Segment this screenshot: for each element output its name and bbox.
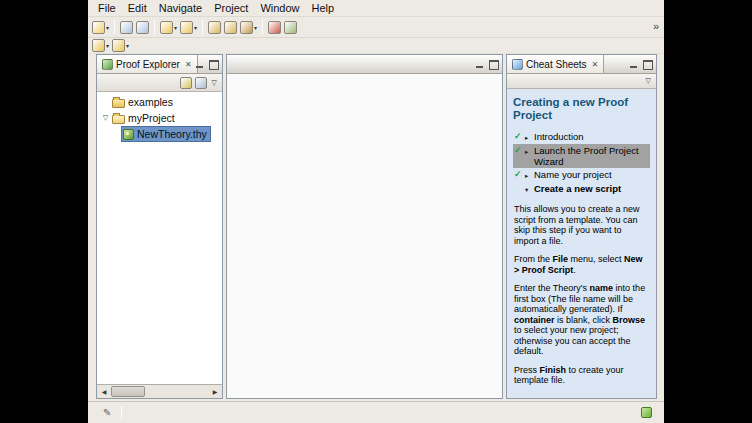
scroll-thumb[interactable] <box>111 386 145 397</box>
status-left-cell: ✎ <box>97 405 117 421</box>
restart-icon[interactable] <box>283 19 298 36</box>
tab-proof-explorer[interactable]: Proof Explorer ✕ <box>97 55 198 73</box>
save-all-icon[interactable] <box>135 19 150 36</box>
paragraph-text: menu, select <box>568 254 624 264</box>
cheatsheet-paragraph: This allows you to create a new script f… <box>514 204 649 246</box>
menu-item-navigate[interactable]: Navigate <box>153 1 208 15</box>
menu-item-project[interactable]: Project <box>208 1 254 15</box>
tab-label: Proof Explorer <box>116 59 180 70</box>
minimize-icon[interactable] <box>473 58 485 70</box>
cheatsheet-step[interactable]: ✓▸Launch the Proof Project Wizard <box>513 144 650 168</box>
tree-item-label: myProject <box>128 112 175 124</box>
horizontal-scrollbar[interactable]: ◀ ▶ <box>97 384 222 398</box>
view-menu-icon[interactable]: ▽ <box>210 79 219 87</box>
save-icon-glyph <box>120 21 133 34</box>
link-with-editor-icon[interactable] <box>195 77 207 89</box>
close-icon[interactable]: ✕ <box>185 60 192 69</box>
cheatsheet-steps: ✓▸Introduction✓▸Launch the Proof Project… <box>513 130 650 196</box>
cheat-sheet-content: Creating a new Proof Project ✓▸Introduct… <box>507 89 656 398</box>
paragraph-text: name <box>590 283 614 293</box>
cheatsheet-step[interactable]: ✓▸Introduction <box>513 130 650 144</box>
cheatsheet-step[interactable]: ✓▸Name your project <box>513 168 650 182</box>
cheatsheet-paragraph: From the File menu, select New > Proof S… <box>514 254 649 275</box>
scroll-left-icon[interactable]: ◀ <box>97 385 111 398</box>
paragraph-text: to select your new project; otherwise yo… <box>514 325 631 356</box>
paragraph-text: . <box>573 265 576 275</box>
menu-item-edit[interactable]: Edit <box>122 1 153 15</box>
editor-tabstrip <box>227 55 502 74</box>
step-collapsed-icon: ▸ <box>525 169 534 181</box>
menu-item-file[interactable]: File <box>92 1 122 15</box>
next-step-icon[interactable] <box>223 19 238 36</box>
tree-item-examples[interactable]: examples <box>97 94 222 110</box>
tree-item-content: examples <box>111 95 176 109</box>
step-collapsed-icon: ▸ <box>525 145 534 157</box>
paragraph-text: Browse <box>613 315 646 325</box>
back-icon-glyph <box>92 39 105 52</box>
new-wizard-icon[interactable]: ▾ <box>91 19 110 36</box>
maximize-icon[interactable] <box>642 58 654 70</box>
skip-label: Click to Skip <box>531 397 583 399</box>
cheat-sheets-view: Cheat Sheets ✕ ▽ Creating a new Proof Pr… <box>506 54 657 399</box>
save-icon[interactable] <box>119 19 134 36</box>
tree-item-label: examples <box>128 96 173 108</box>
tree-item-newtheory-thy[interactable]: NewTheory.thy <box>97 126 222 142</box>
paragraph-text: container <box>514 315 555 325</box>
status-divider <box>121 406 122 420</box>
main-toolbar-icons: ▾▾▾▾ <box>91 19 298 36</box>
cheat-sheets-tabstrip: Cheat Sheets ✕ <box>507 55 656 74</box>
prev-step-icon[interactable] <box>207 19 222 36</box>
prev-step-icon-glyph <box>208 21 221 34</box>
tree-expander-icon[interactable]: ▽ <box>100 114 111 122</box>
cheatsheet-paragraph: Press Finish to create your template fil… <box>514 365 649 386</box>
editor-canvas[interactable] <box>227 74 502 398</box>
tab-cheat-sheets[interactable]: Cheat Sheets ✕ <box>507 55 604 73</box>
close-icon[interactable]: ✕ <box>592 60 599 69</box>
back-icon[interactable]: ▾ <box>91 37 110 54</box>
folder-open-icon <box>112 115 125 124</box>
next-step-icon-glyph <box>224 21 237 34</box>
redo-icon-glyph <box>180 21 193 34</box>
skip-link[interactable]: ↴ Click to Skip <box>519 397 648 399</box>
goto-icon-glyph <box>240 21 253 34</box>
maximize-icon[interactable] <box>488 58 500 70</box>
view-menu-icon[interactable]: ▽ <box>644 77 653 85</box>
interrupt-icon[interactable] <box>267 19 282 36</box>
tree-item-label: NewTheory.thy <box>137 128 207 140</box>
status-right-icon[interactable] <box>641 407 652 418</box>
paragraph-text: Press <box>514 365 540 375</box>
forward-icon[interactable]: ▾ <box>111 37 130 54</box>
step-check-icon: ✓ <box>514 131 525 142</box>
menu-item-window[interactable]: Window <box>254 1 305 15</box>
cheat-sheets-icon <box>512 59 523 70</box>
cheatsheet-paragraph: Enter the Theory's name into the first b… <box>514 283 649 357</box>
menu-item-help[interactable]: Help <box>306 1 341 15</box>
paragraph-text: Finish <box>540 365 567 375</box>
paragraph-text: Enter the Theory's <box>514 283 590 293</box>
screen: FileEditNavigateProjectWindowHelp ▾▾▾▾ »… <box>0 0 752 423</box>
step-collapsed-icon: ▸ <box>525 131 534 143</box>
scroll-right-icon[interactable]: ▶ <box>208 385 222 398</box>
cheat-sheets-local-toolbar: ▽ <box>507 74 656 89</box>
scroll-track[interactable] <box>111 385 208 398</box>
forward-icon-glyph <box>112 39 125 52</box>
maximize-icon[interactable] <box>208 58 220 70</box>
collapse-all-icon[interactable] <box>180 77 192 89</box>
goto-icon[interactable]: ▾ <box>239 19 258 36</box>
undo-icon[interactable]: ▾ <box>159 19 178 36</box>
redo-icon[interactable]: ▾ <box>179 19 198 36</box>
pencil-icon: ✎ <box>103 407 111 418</box>
cheatsheet-step[interactable]: ▾Create a new script <box>513 182 650 196</box>
tree-item-myproject[interactable]: ▽myProject <box>97 110 222 126</box>
editor-window-buttons <box>473 58 500 70</box>
step-label: Name your project <box>534 169 612 180</box>
minimize-icon[interactable] <box>193 58 205 70</box>
toolbar-overflow-chevron[interactable]: » <box>653 20 659 32</box>
explorer-local-toolbar: ▽ <box>97 74 222 92</box>
editor-area <box>226 54 503 399</box>
step-label: Introduction <box>534 131 584 142</box>
undo-icon-glyph <box>160 21 173 34</box>
minimize-icon[interactable] <box>627 58 639 70</box>
dropdown-arrow-icon: ▾ <box>254 24 257 31</box>
explorer-tree: examples▽myProjectNewTheory.thy <box>97 92 222 384</box>
